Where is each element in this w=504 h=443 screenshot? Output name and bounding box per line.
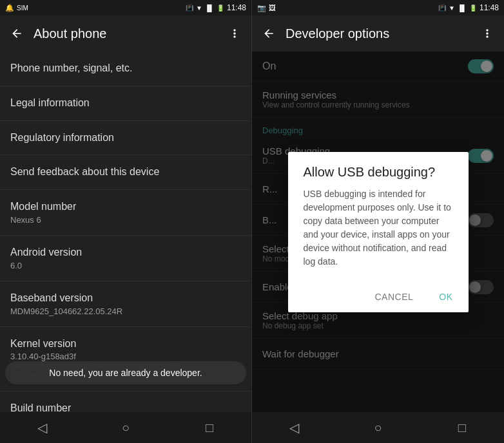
android-version-title: Android version <box>10 246 241 259</box>
bottom-nav-right <box>252 412 504 443</box>
list-item-build-number[interactable]: Build number MPA44I <box>0 391 251 412</box>
model-number-subtitle: Nexus 6 <box>10 215 241 225</box>
left-panel: 🔔 SIM 📳 ▼ ▐▌ 🔋 11:48 About phone Phone n… <box>0 0 252 443</box>
status-right-left-icons: 📷 🖼 <box>257 4 276 12</box>
time-left: 11:48 <box>227 3 246 12</box>
model-number-title: Model number <box>10 200 241 214</box>
vibrate-icon: 📳 <box>186 5 193 12</box>
send-feedback-title: Send feedback about this device <box>10 165 241 179</box>
list-item-send-feedback[interactable]: Send feedback about this device <box>0 155 251 190</box>
battery-icon: 🔋 <box>217 5 224 12</box>
baseband-title: Baseband version <box>10 292 241 305</box>
list-item-phone-signal[interactable]: Phone number, signal, etc. <box>0 52 251 86</box>
more-button-right[interactable] <box>481 27 494 40</box>
nav-recents-left[interactable] <box>190 412 229 443</box>
signal2-icon: ▐▌ <box>458 5 467 12</box>
vibrate2-icon: 📳 <box>438 5 446 12</box>
nav-home-right[interactable] <box>358 412 397 443</box>
about-phone-list: Phone number, signal, etc. Legal informa… <box>0 52 251 412</box>
list-item-baseband-version[interactable]: Baseband version MDM9625_104662.22.05.24… <box>0 281 251 327</box>
android-version-subtitle: 6.0 <box>10 261 241 270</box>
dialog-ok-button[interactable]: OK <box>429 287 463 307</box>
battery2-icon: 🔋 <box>469 5 477 12</box>
build-number-title: Build number <box>10 402 241 412</box>
back-button-right[interactable] <box>262 27 275 40</box>
photo2-icon: 🖼 <box>269 4 276 12</box>
toolbar-title-right: Developer options <box>286 26 470 41</box>
back-button-left[interactable] <box>10 27 23 40</box>
toolbar-left: About phone <box>0 15 251 52</box>
list-item-kernel-version[interactable]: Kernel version 3.10.40-g158ad3f android-… <box>0 327 251 392</box>
usb-debug-dialog: Allow USB debugging? USB debugging is in… <box>288 152 469 312</box>
toast-message: No need, you are already a developer. <box>5 361 246 384</box>
photo-icon: 📷 <box>257 4 266 12</box>
baseband-subtitle: MDM9625_104662.22.05.24R <box>10 306 241 316</box>
signal-icon: ▐▌ <box>205 5 214 12</box>
nav-recents-right[interactable] <box>443 412 481 443</box>
wifi-icon: ▼ <box>196 5 202 12</box>
notification-icon: 🔔 <box>5 4 14 12</box>
dialog-cancel-button[interactable]: CANCEL <box>364 287 423 307</box>
status-right-icons: 📳 ▼ ▐▌ 🔋 11:48 <box>186 3 246 12</box>
wifi2-icon: ▼ <box>449 5 455 12</box>
toolbar-title-left: About phone <box>34 26 218 41</box>
dialog-title: Allow USB debugging? <box>288 152 469 187</box>
legal-info-title: Legal information <box>10 97 241 110</box>
list-item-android-version[interactable]: Android version 6.0 <box>0 236 251 281</box>
list-item-legal-info[interactable]: Legal information <box>0 86 251 121</box>
dev-options-content: On Running services View and control cur… <box>252 52 504 412</box>
regulatory-info-title: Regulatory information <box>10 131 241 145</box>
list-item-regulatory-info[interactable]: Regulatory information <box>0 121 251 156</box>
toolbar-right: Developer options <box>252 15 504 52</box>
time-right: 11:48 <box>480 3 499 12</box>
dialog-body: USB debugging is intended for developmen… <box>288 187 469 281</box>
dialog-actions: CANCEL OK <box>288 281 469 312</box>
dialog-overlay: Allow USB debugging? USB debugging is in… <box>252 52 504 412</box>
phone-signal-title: Phone number, signal, etc. <box>10 62 241 75</box>
list-item-model-number[interactable]: Model number Nexus 6 <box>0 190 251 236</box>
right-panel: 📷 🖼 📳 ▼ ▐▌ 🔋 11:48 Developer options <box>252 0 504 443</box>
status-bar-left: 🔔 SIM 📳 ▼ ▐▌ 🔋 11:48 <box>0 0 251 15</box>
status-right-right-icons: 📳 ▼ ▐▌ 🔋 11:48 <box>438 3 499 12</box>
nav-back-left[interactable] <box>23 412 61 443</box>
more-button-left[interactable] <box>228 27 241 40</box>
nav-back-right[interactable] <box>275 412 313 443</box>
status-bar-right: 📷 🖼 📳 ▼ ▐▌ 🔋 11:48 <box>252 0 504 15</box>
sim-icon: SIM <box>17 5 28 12</box>
nav-home-left[interactable] <box>106 412 145 443</box>
bottom-nav-left <box>0 412 251 443</box>
status-left-icons: 🔔 SIM <box>5 4 28 12</box>
kernel-title: Kernel version <box>10 337 241 351</box>
